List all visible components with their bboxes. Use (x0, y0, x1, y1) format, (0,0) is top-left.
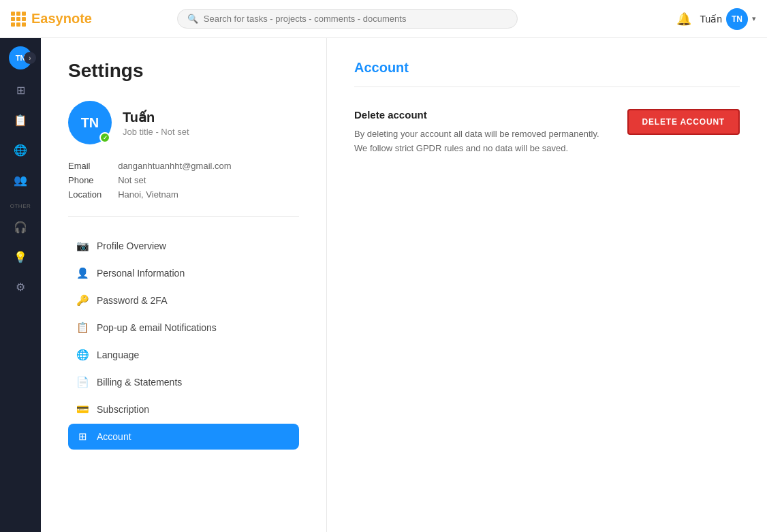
settings-nav: 📷 Profile Overview 👤 Personal Informatio… (68, 233, 299, 450)
location-value: Hanoi, Vietnam (118, 189, 299, 200)
nav-item-password[interactable]: 🔑 Password & 2FA (68, 287, 299, 313)
nav-label-language: Language (97, 349, 139, 360)
location-label: Location (68, 189, 101, 200)
verified-badge: ✓ (99, 132, 110, 143)
email-label: Email (68, 161, 101, 171)
settings-title: Settings (68, 60, 299, 82)
account-grid-icon: ⊞ (76, 431, 89, 443)
notification-icon[interactable]: 🔔 (676, 12, 691, 27)
user-profile: TN ✓ Tuấn Job title - Not set (68, 101, 299, 144)
content-area: Settings TN ✓ Tuấn Job title - Not set E… (41, 38, 767, 532)
sidebar-item-support[interactable]: 🎧 (8, 215, 33, 239)
nav-item-subscription[interactable]: 💳 Subscription (68, 396, 299, 422)
user-menu[interactable]: Tuấn TN ▾ (700, 8, 756, 30)
nav-label-subscription: Subscription (97, 404, 149, 415)
sidebar-item-globe[interactable]: 🌐 (8, 138, 33, 162)
nav-label-profile: Profile Overview (97, 240, 166, 251)
search-icon: 🔍 (187, 14, 198, 24)
search-bar[interactable]: 🔍 (177, 9, 518, 29)
delete-account-button[interactable]: DELETE ACCOUNT (627, 109, 740, 135)
user-avatar: TN (726, 8, 748, 30)
sidebar: TN › ⊞ 📋 🌐 👥 OTHER 🎧 💡 ⚙ (0, 38, 41, 532)
search-input[interactable] (204, 14, 507, 24)
top-nav: Easynote 🔍 🔔 Tuấn TN ▾ (0, 0, 767, 38)
nav-item-personal[interactable]: 👤 Personal Information (68, 260, 299, 286)
delete-title: Delete account (354, 109, 600, 121)
camera-icon: 📷 (76, 240, 89, 252)
card-icon: 💳 (76, 403, 89, 416)
nav-item-notifications[interactable]: 📋 Pop-up & email Notifications (68, 315, 299, 341)
nav-item-profile[interactable]: 📷 Profile Overview (68, 233, 299, 259)
nav-label-personal: Personal Information (97, 268, 185, 279)
delete-description: By deleting your account all data will b… (354, 127, 600, 156)
nav-label-billing: Billing & Statements (97, 377, 182, 388)
sidebar-item-team[interactable]: 👥 (8, 168, 33, 192)
language-icon: 🌐 (76, 349, 89, 361)
delete-info: Delete account By deleting your account … (354, 109, 600, 156)
sidebar-item-settings[interactable]: ⚙ (8, 275, 33, 299)
nav-label-password: Password & 2FA (97, 295, 168, 306)
nav-item-language[interactable]: 🌐 Language (68, 342, 299, 368)
sidebar-item-ideas[interactable]: 💡 (8, 245, 33, 269)
app-name: Easynote (31, 11, 92, 27)
sidebar-user-avatar[interactable]: TN › (9, 46, 32, 69)
nav-item-billing[interactable]: 📄 Billing & Statements (68, 369, 299, 395)
email-value: danganhtuanhht@gmail.com (118, 161, 299, 171)
main-content: Account Delete account By deleting your … (327, 38, 767, 532)
chevron-down-icon: ▾ (752, 14, 756, 23)
user-info: Email danganhtuanhht@gmail.com Phone Not… (68, 161, 299, 217)
sidebar-toggle[interactable]: › (24, 52, 36, 64)
app-logo[interactable]: Easynote (11, 11, 92, 27)
sidebar-other-label: OTHER (10, 203, 31, 209)
topnav-right: 🔔 Tuấn TN ▾ (676, 8, 756, 30)
settings-panel: Settings TN ✓ Tuấn Job title - Not set E… (41, 38, 327, 532)
nav-label-notifications: Pop-up & email Notifications (97, 322, 217, 333)
person-icon: 👤 (76, 267, 89, 279)
profile-info: Tuấn Job title - Not set (123, 109, 189, 137)
section-title: Account (354, 60, 740, 87)
profile-name: Tuấn (123, 109, 189, 125)
profile-job-title: Job title - Not set (123, 127, 189, 137)
billing-icon: 📄 (76, 376, 89, 388)
profile-avatar: TN ✓ (68, 101, 112, 144)
notification-bell-icon: 📋 (76, 322, 89, 334)
nav-item-account[interactable]: ⊞ Account (68, 424, 299, 450)
grid-icon (11, 12, 26, 27)
user-name: Tuấn (700, 14, 722, 25)
phone-label: Phone (68, 175, 101, 185)
phone-value: Not set (118, 175, 299, 185)
delete-account-section: Delete account By deleting your account … (354, 109, 740, 156)
nav-label-account: Account (97, 431, 131, 442)
main-layout: TN › ⊞ 📋 🌐 👥 OTHER 🎧 💡 ⚙ Settings TN ✓ T… (0, 38, 767, 532)
sidebar-item-dashboard[interactable]: ⊞ (8, 78, 33, 102)
key-icon: 🔑 (76, 294, 89, 307)
sidebar-item-tasks[interactable]: 📋 (8, 108, 33, 132)
